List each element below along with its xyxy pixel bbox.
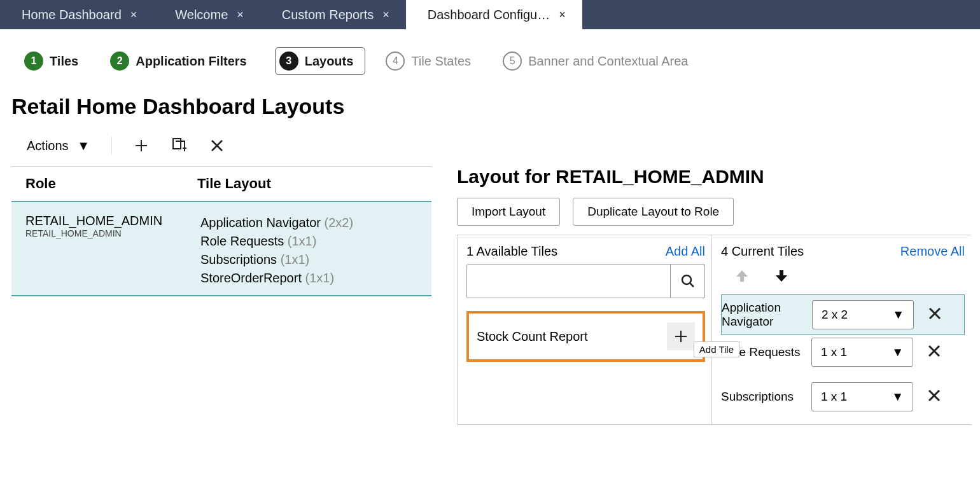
step-layouts[interactable]: 3 Layouts	[275, 47, 366, 75]
svg-point-0	[682, 275, 691, 284]
tab-welcome[interactable]: Welcome ×	[153, 0, 260, 29]
close-icon[interactable]: ×	[382, 8, 389, 22]
tile-name: Application Navigator	[200, 216, 321, 230]
remove-all-link[interactable]: Remove All	[900, 244, 965, 259]
chevron-down-icon: ▼	[892, 308, 904, 322]
step-tiles[interactable]: 1 Tiles	[20, 48, 90, 74]
current-tiles-panel: 4 Current Tiles Remove All Application N…	[712, 235, 971, 424]
tab-dashboard-config[interactable]: Dashboard Configu… ×	[406, 0, 582, 29]
tile-name: StoreOrderReport	[200, 271, 302, 285]
tile-name: Role Requests	[200, 234, 284, 248]
size-value: 2 x 2	[822, 308, 848, 322]
current-tile-row[interactable]: Application Navigator 2 x 2 ▼	[721, 294, 965, 335]
current-tile-row[interactable]: Subscriptions 1 x 1 ▼	[721, 380, 965, 424]
size-value: 1 x 1	[821, 390, 847, 404]
step-label: Banner and Contextual Area	[528, 54, 688, 69]
step-number: 2	[110, 52, 129, 71]
step-application-filters[interactable]: 2 Application Filters	[106, 48, 258, 74]
chevron-down-icon: ▼	[892, 390, 904, 404]
move-up-icon[interactable]	[734, 268, 750, 284]
col-role: Role	[25, 176, 197, 192]
step-tile-states[interactable]: 4 Tile States	[382, 48, 482, 74]
tab-label: Home Dashboard	[22, 8, 122, 22]
search-icon	[680, 273, 696, 289]
page-title: Retail Home Dashboard Layouts	[0, 94, 980, 130]
plus-icon	[674, 329, 688, 343]
stepper: 1 Tiles 2 Application Filters 3 Layouts …	[0, 29, 980, 94]
close-icon[interactable]: ×	[559, 8, 566, 22]
available-tile: Stock Count Report Add Tile	[466, 311, 705, 362]
role-subtitle: RETAIL_HOME_ADMIN	[25, 228, 200, 238]
step-number: 5	[503, 52, 522, 71]
tile-layout-cell: Application Navigator (2x2) Role Request…	[200, 214, 353, 287]
step-number: 1	[24, 52, 43, 71]
tooltip: Add Tile	[694, 341, 739, 357]
tile-size: (2x2)	[325, 216, 354, 230]
remove-icon[interactable]	[928, 345, 941, 357]
step-label: Application Filters	[136, 54, 246, 69]
plus-icon[interactable]	[134, 138, 149, 153]
duplicate-icon[interactable]	[171, 137, 188, 154]
size-value: 1 x 1	[821, 345, 847, 359]
size-select[interactable]: 1 x 1 ▼	[811, 382, 913, 411]
remove-icon[interactable]	[928, 307, 941, 320]
table-row[interactable]: RETAIL_HOME_ADMIN RETAIL_HOME_ADMIN Appl…	[11, 202, 431, 296]
chevron-down-icon: ▼	[77, 139, 90, 153]
actions-label: Actions	[27, 139, 69, 153]
add-all-link[interactable]: Add All	[666, 244, 705, 259]
step-banner-contextual[interactable]: 5 Banner and Contextual Area	[499, 48, 699, 74]
tab-label: Custom Reports	[282, 8, 374, 22]
current-tile-name: Subscriptions	[721, 390, 804, 404]
chevron-down-icon: ▼	[892, 345, 904, 359]
tile-size: (1x1)	[288, 234, 317, 248]
duplicate-layout-button[interactable]: Duplicate Layout to Role	[573, 198, 734, 226]
close-icon[interactable]: ×	[237, 8, 244, 22]
step-label: Tiles	[50, 54, 78, 69]
step-number: 3	[279, 52, 298, 71]
current-tile-row[interactable]: Role Requests 1 x 1 ▼	[721, 335, 965, 380]
tab-home-dashboard[interactable]: Home Dashboard ×	[0, 0, 153, 29]
available-tiles-panel: 1 Available Tiles Add All Stock Count Re…	[458, 235, 712, 424]
role-name: RETAIL_HOME_ADMIN	[25, 214, 200, 228]
current-tile-name: Application Navigator	[722, 301, 804, 329]
top-tab-bar: Home Dashboard × Welcome × Custom Report…	[0, 0, 980, 29]
divider	[111, 137, 112, 155]
size-select[interactable]: 2 x 2 ▼	[812, 300, 914, 329]
tab-custom-reports[interactable]: Custom Reports ×	[260, 0, 406, 29]
tile-size: (1x1)	[281, 252, 310, 266]
available-tile-name: Stock Count Report	[477, 329, 588, 344]
toolbar: Actions ▼	[0, 130, 980, 166]
roles-table: Role Tile Layout RETAIL_HOME_ADMIN RETAI…	[11, 166, 431, 425]
step-label: Layouts	[305, 54, 354, 69]
import-layout-button[interactable]: Import Layout	[457, 198, 560, 226]
layout-title: Layout for RETAIL_HOME_ADMIN	[457, 166, 971, 198]
actions-menu[interactable]: Actions ▼	[27, 139, 90, 153]
search-input[interactable]	[466, 264, 671, 298]
close-icon[interactable]	[210, 139, 224, 153]
size-select[interactable]: 1 x 1 ▼	[811, 338, 913, 367]
available-tiles-header: 1 Available Tiles	[466, 244, 557, 259]
tile-name: Subscriptions	[200, 252, 277, 266]
move-down-icon[interactable]	[773, 268, 790, 284]
col-tile-layout: Tile Layout	[197, 176, 271, 192]
add-tile-button[interactable]	[667, 322, 695, 350]
search-button[interactable]	[671, 264, 705, 298]
close-icon[interactable]: ×	[130, 8, 137, 22]
layout-editor: Layout for RETAIL_HOME_ADMIN Import Layo…	[457, 166, 971, 425]
tab-label: Dashboard Configu…	[428, 8, 550, 22]
tab-label: Welcome	[175, 8, 228, 22]
remove-icon[interactable]	[928, 389, 941, 402]
current-tiles-header: 4 Current Tiles	[721, 244, 804, 259]
step-number: 4	[386, 52, 405, 71]
step-label: Tile States	[411, 54, 471, 69]
tile-size: (1x1)	[305, 271, 335, 285]
